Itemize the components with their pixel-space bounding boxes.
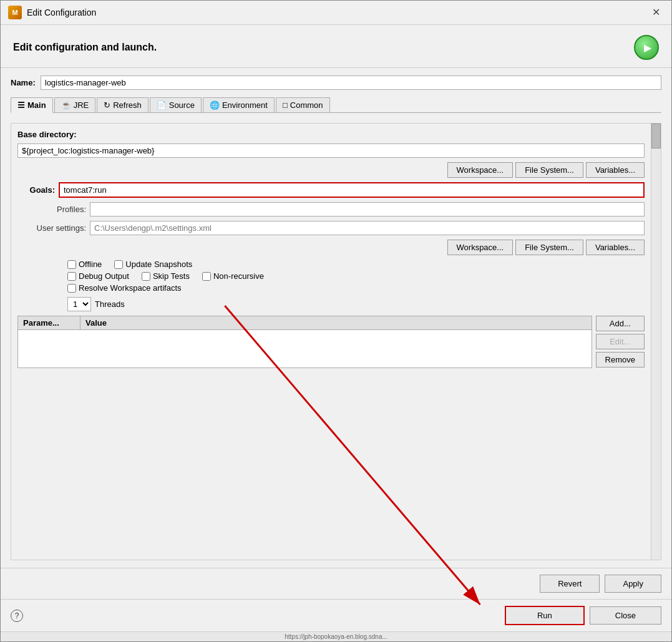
jre-tab-icon: ☕	[61, 100, 71, 110]
goals-input[interactable]	[60, 183, 643, 197]
base-directory-input[interactable]	[17, 143, 645, 158]
revert-button[interactable]: Revert	[540, 575, 600, 593]
params-col-param: Parame...	[18, 316, 80, 329]
name-label: Name:	[11, 78, 36, 87]
profiles-label: Profiles:	[17, 205, 86, 214]
user-settings-row: User settings:	[17, 221, 645, 235]
close-button[interactable]: ✕	[648, 6, 664, 19]
app-icon: M	[8, 6, 22, 19]
scrollbar-thumb[interactable]	[651, 124, 661, 148]
params-table-container: Parame... Value	[17, 316, 592, 368]
close-button-bottom[interactable]: Close	[590, 606, 661, 625]
scrollbar[interactable]	[651, 124, 661, 560]
update-snapshots-label: Update Snapshots	[125, 260, 192, 269]
header-text: Edit configuration and launch.	[13, 42, 157, 53]
threads-label: Threads	[95, 299, 125, 309]
checkboxes-section: Offline Update Snapshots Debug Output	[67, 260, 645, 293]
params-col-value: Value	[80, 316, 592, 329]
debug-output-checkbox-item: Debug Output	[67, 271, 129, 281]
update-snapshots-checkbox[interactable]	[114, 260, 123, 269]
skip-tests-checkbox[interactable]	[142, 272, 150, 281]
tab-common[interactable]: □ Common	[276, 97, 330, 112]
tab-main[interactable]: ☰ Main	[11, 97, 53, 113]
non-recursive-label: Non-recursive	[213, 271, 264, 281]
user-settings-label: User settings:	[17, 223, 86, 233]
resolve-workspace-label: Resolve Workspace artifacts	[79, 283, 182, 293]
tab-content-panel: Base directory: Workspace... File System…	[11, 123, 661, 560]
threads-row: 1 2 4 8 Threads	[67, 297, 645, 311]
skip-tests-label: Skip Tests	[153, 271, 190, 281]
edit-configuration-dialog: M Edit Configuration ✕ Edit configuratio…	[0, 0, 672, 642]
tab-jre[interactable]: ☕ JRE	[54, 97, 96, 112]
tab-source[interactable]: 📄 Source	[150, 97, 202, 112]
non-recursive-checkbox[interactable]	[202, 272, 211, 281]
run-button-wrapper: Run	[505, 606, 585, 625]
name-row: Name:	[11, 75, 661, 90]
apply-button[interactable]: Apply	[605, 575, 661, 593]
file-system-button-1[interactable]: File System...	[515, 162, 583, 178]
tabs-bar: ☰ Main ☕ JRE ↻ Refresh 📄 Source 🌐 Enviro…	[11, 97, 661, 113]
user-settings-input[interactable]	[90, 221, 645, 235]
user-settings-buttons: Workspace... File System... Variables...	[17, 240, 645, 255]
footer-buttons-row: Revert Apply	[1, 568, 671, 599]
variables-button-2[interactable]: Variables...	[586, 240, 645, 255]
remove-button[interactable]: Remove	[596, 352, 645, 367]
checkbox-row-2: Debug Output Skip Tests Non-recursive	[67, 271, 645, 281]
base-directory-label: Base directory:	[17, 130, 645, 139]
debug-output-checkbox[interactable]	[67, 272, 76, 281]
params-header: Parame... Value	[18, 316, 592, 330]
params-buttons: Add... Edit... Remove	[596, 316, 645, 367]
workspace-button-1[interactable]: Workspace...	[447, 162, 514, 178]
dialog-title: Edit Configuration	[27, 7, 96, 17]
main-content: Name: ☰ Main ☕ JRE ↻ Refresh 📄 Source 🌐	[1, 68, 671, 568]
source-tab-icon: 📄	[157, 100, 167, 110]
threads-select[interactable]: 1 2 4 8	[67, 297, 91, 311]
header-section: Edit configuration and launch.	[1, 25, 671, 68]
debug-output-label: Debug Output	[79, 271, 129, 281]
goals-input-wrapper	[59, 182, 645, 198]
bottom-action-buttons: Run Close	[505, 606, 661, 625]
title-bar-left: M Edit Configuration	[8, 6, 96, 19]
title-bar: M Edit Configuration ✕	[1, 1, 671, 25]
goals-label: Goals:	[17, 185, 55, 195]
resolve-workspace-checkbox[interactable]	[67, 284, 76, 293]
update-snapshots-checkbox-item: Update Snapshots	[114, 260, 192, 269]
edit-button[interactable]: Edit...	[596, 334, 645, 349]
checkbox-row-1: Offline Update Snapshots	[67, 260, 645, 269]
params-body	[18, 330, 592, 367]
profiles-row: Profiles:	[17, 202, 645, 216]
url-bar: https://jph-bopokaoya-en.blog.sdna...	[1, 631, 671, 641]
skip-tests-checkbox-item: Skip Tests	[142, 271, 190, 281]
checkbox-row-3: Resolve Workspace artifacts	[67, 283, 645, 293]
variables-button-1[interactable]: Variables...	[586, 162, 645, 178]
run-icon	[634, 35, 659, 60]
goals-row: Goals:	[17, 182, 645, 198]
common-tab-icon: □	[283, 100, 288, 110]
params-table: Parame... Value	[17, 316, 592, 368]
offline-checkbox[interactable]	[67, 260, 76, 269]
resolve-workspace-checkbox-item: Resolve Workspace artifacts	[67, 283, 182, 293]
bottom-row: ? Run Close	[1, 599, 671, 631]
help-button[interactable]: ?	[11, 610, 23, 622]
workspace-button-2[interactable]: Workspace...	[447, 240, 514, 255]
offline-checkbox-item: Offline	[67, 260, 102, 269]
offline-label: Offline	[79, 260, 102, 269]
params-area: Parame... Value Add... Edit... Remove	[17, 316, 645, 368]
tab-refresh[interactable]: ↻ Refresh	[97, 97, 149, 112]
name-input[interactable]	[41, 75, 661, 90]
base-dir-buttons: Workspace... File System... Variables...	[17, 162, 645, 178]
add-button[interactable]: Add...	[596, 316, 645, 331]
section-inner: Base directory: Workspace... File System…	[11, 124, 661, 560]
main-tab-icon: ☰	[17, 100, 25, 110]
tab-environment[interactable]: 🌐 Environment	[203, 97, 275, 112]
non-recursive-checkbox-item: Non-recursive	[202, 271, 264, 281]
run-button[interactable]: Run	[506, 607, 583, 624]
profiles-input[interactable]	[90, 202, 645, 216]
refresh-tab-icon: ↻	[104, 100, 110, 110]
file-system-button-2[interactable]: File System...	[515, 240, 583, 255]
environment-tab-icon: 🌐	[210, 100, 220, 110]
